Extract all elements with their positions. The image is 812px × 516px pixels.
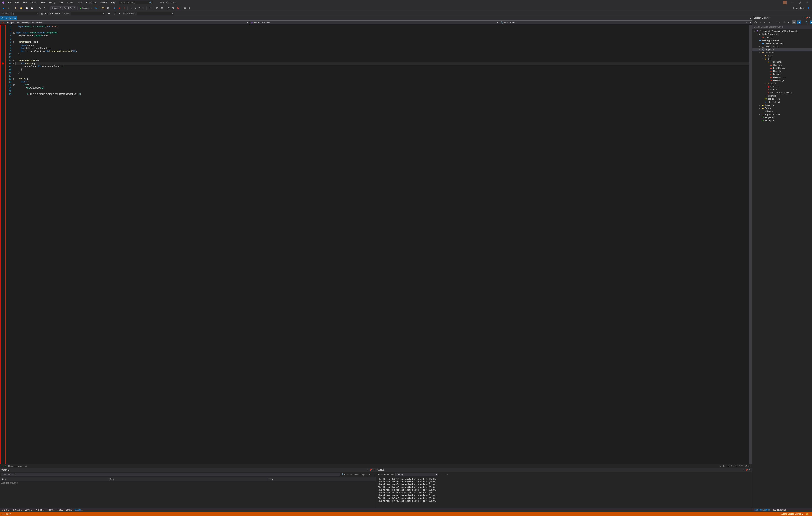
lifecycle-events[interactable]: ▦ Lifecycle Events ▾ [40,11,61,16]
tree-item[interactable]: ▦NavMenu.css [752,76,812,79]
code-line[interactable]: <n>This is a simple example of a React c… [16,92,749,96]
expand-icon[interactable]: ▿ [764,61,766,63]
scroll-right-icon[interactable]: ▶ [720,465,721,467]
show-all-icon[interactable]: ▦ [792,20,796,24]
redo-icon[interactable]: ↷▾ [43,6,48,10]
menu-analyze[interactable]: Analyze [65,1,76,4]
output-tool1-icon[interactable]: ≣ [439,472,443,476]
tree-item[interactable]: ▫.gitignore [752,94,812,98]
tree-item[interactable]: JSregisterServiceWorker.js [752,91,812,94]
fold-icon[interactable]: − [13,41,15,43]
scroll-left-icon[interactable]: ◀ [25,465,27,467]
new-item-icon[interactable]: ✚▾ [14,6,19,10]
configuration-select[interactable]: Debug [51,6,62,10]
panel-pin-icon[interactable]: 📌 [369,469,372,471]
filter-icon[interactable]: ▽ [113,11,116,16]
minimize-button[interactable]: ─ [789,0,795,5]
flag-icon[interactable]: ⚑▾ [107,11,111,16]
tree-item[interactable]: JSNavMenu.js [752,79,812,82]
solution-tree[interactable]: ▿⊡Solution 'WebApplication4' (1 of 1 pro… [752,29,812,508]
tree-item[interactable]: JSCounter.js [752,63,812,66]
solution-search-input[interactable] [752,25,812,29]
menu-debug[interactable]: Debug [48,1,57,4]
tool3-icon[interactable]: ⊟ [167,6,170,10]
tree-item[interactable]: ▸⬚package.json [752,98,812,101]
tool4-icon[interactable]: ⊟ [171,6,175,10]
menu-extensions[interactable]: Extensions [85,1,98,4]
menu-help[interactable]: Help [109,1,117,4]
code-line[interactable]: } [16,71,749,74]
stackframe-select[interactable]: ▾ [137,12,174,15]
watch-col-name[interactable]: Name [0,477,108,481]
tree-item[interactable]: ▸⬚appsettings.json [752,113,812,116]
expand-icon[interactable]: ▿ [753,30,755,32]
code-line[interactable] [16,37,749,40]
tree-item[interactable]: ▸📁Controllers [752,104,812,107]
expand-icon[interactable]: ▿ [761,58,763,60]
menu-project[interactable]: Project [29,1,39,4]
tree-item[interactable]: JSbundle.js [752,36,812,39]
bottom-tab[interactable]: Breakp… [12,508,23,512]
tree-item[interactable]: ▸JSApp.js [752,82,812,85]
tree-item[interactable]: JSLayout.js [752,73,812,76]
quick-search[interactable]: 🔍 [119,1,153,4]
search-icon[interactable]: 🔍▾ [342,473,345,476]
code-line[interactable]: super(props); [16,44,749,47]
code-line[interactable]: import React, { Component } from 'react'… [16,25,749,28]
search-input[interactable] [121,1,149,4]
back-icon[interactable]: ← [347,473,349,476]
fold-icon[interactable]: − [13,84,15,86]
uncomment-icon[interactable]: ⊒ [187,6,191,10]
preview2-icon[interactable]: ▬ [810,20,812,24]
code-line[interactable]: this.setState({ [16,62,749,65]
restart-debug-icon[interactable]: ⟲ [122,6,126,10]
tree-item[interactable]: ▫.gitignore [752,110,812,113]
expand-icon[interactable]: ▸ [759,49,761,51]
process-select[interactable]: []▾ [11,12,39,15]
fold-column[interactable]: −−−−−− [13,25,16,464]
bottom-tab[interactable]: Autos [56,508,64,512]
code-editor[interactable]: 1234567891011121314151617181920212223 −−… [0,25,752,464]
pause-icon[interactable]: ⏸ [113,6,117,10]
step-into-icon[interactable]: ↓ [134,6,137,10]
tree-item[interactable]: JSFetchData.js [752,66,812,70]
code-line[interactable]: this.state = { currentCount: 0 }; [16,47,749,50]
code-line[interactable] [16,28,749,31]
tab-overflow-icon[interactable]: ▾ [749,17,752,20]
sync-icon[interactable]: ⟲ [782,20,786,24]
tab-team-explorer[interactable]: Team Explorer [771,508,787,512]
open-icon[interactable]: 📂 [19,6,24,10]
expand-icon[interactable]: ▸ [759,104,761,106]
expand-icon[interactable]: ▸ [759,107,761,109]
menu-file[interactable]: File [6,1,13,4]
notifications-icon[interactable]: 🔔₁ [805,513,811,515]
tree-item[interactable]: JSindex.js [752,88,812,91]
bottom-tab[interactable]: Except… [24,508,34,512]
expand-icon[interactable]: ▿ [756,33,758,35]
fold-icon[interactable]: − [13,78,15,80]
expand-icon[interactable]: ▸ [761,98,763,100]
tree-item[interactable]: ▸📁Pages [752,107,812,110]
tree-item[interactable]: ▿📁src [752,57,812,60]
screenshot-icon[interactable]: ▣ [106,6,110,10]
switch-views-icon[interactable]: ▤▾ [767,20,773,24]
expand-icon[interactable]: ▸ [759,113,761,115]
code-line[interactable]: incrementCounter() { [16,59,749,62]
code-line[interactable]: return ( [16,80,749,83]
overflow-icon[interactable]: ▾ [1,465,2,467]
vertical-scrollbar[interactable] [749,25,752,464]
menu-view[interactable]: View [21,1,29,4]
panel-dropdown-icon[interactable]: ▾ [743,469,744,471]
home-icon[interactable]: ⌂ [763,20,766,24]
fwd-icon[interactable]: ▶ [759,20,762,24]
nav-submember[interactable]: 🔧currentCount▾ [499,21,749,25]
breakpoint-icon[interactable] [2,62,4,64]
output-text[interactable]: The thread 0x67c0 has exited with code 0… [376,477,752,508]
collapse-icon[interactable]: ⊟ [787,20,791,24]
menu-build[interactable]: Build [39,1,47,4]
fold-icon[interactable]: − [13,60,15,61]
flag2-icon[interactable]: ⚑ [118,11,122,16]
undo-icon[interactable]: ↶▾ [37,6,42,10]
tree-item[interactable]: ▿⊕WebApplication4 [752,39,812,42]
output-source-select[interactable]: Debug▾ [396,473,438,476]
